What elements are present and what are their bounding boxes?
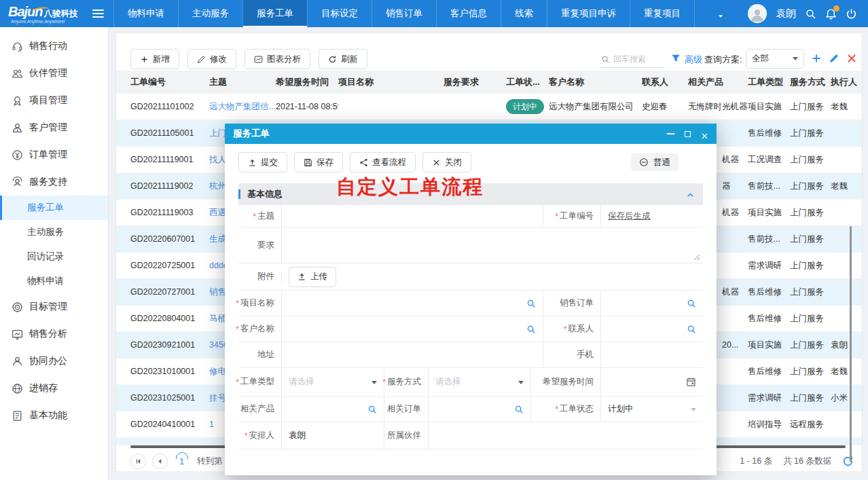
upload-button[interactable]: 上传 [289,267,336,287]
search-icon[interactable] [805,8,816,20]
contact-input[interactable] [601,316,703,341]
table-row[interactable]: GD20211101002远大物产集团信...2021-11-08 08:59计… [116,94,862,120]
chevron-down-icon[interactable] [717,10,724,17]
sidebar-item[interactable]: 服务工单 [0,196,108,220]
sidebar-item[interactable]: 销售行动 [0,33,108,60]
sidebar-item[interactable]: 基本功能 [0,402,108,429]
column-header[interactable]: 客户名称 [549,76,642,88]
requirement-textarea[interactable] [282,228,703,263]
resize-handle-icon[interactable] [693,253,700,260]
address-input[interactable] [282,342,543,367]
topbar-menu-item[interactable]: 客户信息 [436,0,501,27]
chevron-up-icon[interactable] [686,190,695,199]
column-header[interactable]: 工单类型 [748,76,790,88]
column-header[interactable]: 主题 [209,76,276,88]
edit-button[interactable]: 修改 [187,49,236,69]
cell-type: 项目实施 [748,339,790,351]
column-header[interactable]: 工单编号 [130,76,209,88]
topbar-menu-item[interactable]: 重复项目申诉 [547,0,630,27]
sidebar-item[interactable]: 物料申请 [0,269,108,293]
first-page-button[interactable] [130,454,146,469]
subject-link[interactable]: 远大物产集团信... [209,102,276,111]
topbar-menu-item[interactable]: 销售订单 [372,0,436,27]
order-status-select[interactable]: 计划中 [601,396,703,422]
section-accent-bar [238,189,240,199]
minimize-icon[interactable] [667,133,674,134]
query-plan-delete-icon[interactable] [846,53,857,64]
sidebar-item[interactable]: 伙伴管理 [0,60,108,87]
partner-input[interactable] [429,422,703,449]
current-page[interactable]: 1 [174,454,189,469]
modal-titlebar[interactable]: 服务工单 [225,124,717,144]
column-header[interactable]: 服务要求 [444,76,506,88]
brand-logo[interactable]: Bajun 八骏科技 Anyone,Anytime,Anywhere! [0,4,87,24]
notification-bell-icon[interactable] [825,8,837,20]
topbar-menu-item[interactable]: 主动服务 [178,0,242,27]
view-flow-button[interactable]: 查看流程 [350,152,416,172]
column-header[interactable]: 相关产品 [688,76,748,88]
power-logout-icon[interactable] [846,8,857,20]
related-product-input[interactable] [282,396,384,422]
add-button[interactable]: 新增 [130,49,179,69]
save-button[interactable]: 保存 [294,152,343,172]
sidebar-item[interactable]: 客户管理 [0,114,108,141]
magnifier-icon[interactable] [514,405,524,414]
search-input[interactable] [613,54,661,64]
close-icon[interactable] [701,130,708,138]
project-input[interactable] [282,291,543,316]
sidebar-item[interactable]: 进销存 [0,375,108,402]
topbar-menu-item[interactable]: 物料申请 [113,0,178,27]
subject-input[interactable] [282,205,543,227]
hamburger-menu-icon[interactable] [92,10,104,18]
sidebar-item[interactable]: 项目管理 [0,87,108,114]
magnifier-icon[interactable] [687,325,696,334]
column-header[interactable]: 服务方式 [790,76,831,88]
priority-selector[interactable]: 普通 [631,153,679,171]
sidebar-item[interactable]: 回访记录 [0,244,108,269]
refresh-button[interactable]: 刷新 [319,49,367,69]
sidebar-item[interactable]: 目标管理 [0,293,108,320]
magnifier-icon[interactable] [367,405,377,414]
column-header[interactable]: 希望服务时间 [276,76,338,88]
chart-analysis-button[interactable]: 图表分析 [245,49,310,69]
query-plan-select[interactable]: 全部 [746,49,804,69]
topbar-menu-item[interactable]: 线索 [501,0,547,27]
topbar-menu-item[interactable]: 目标设定 [307,0,372,27]
user-name[interactable]: 袁朗 [776,7,796,20]
column-header[interactable]: 联系人 [642,76,688,88]
magnifier-icon[interactable] [687,299,696,308]
customer-input[interactable] [282,316,543,341]
related-order-input[interactable] [429,396,530,422]
submit-button[interactable]: 提交 [238,152,287,172]
subject-link[interactable]: 1 [209,420,214,429]
advanced-search-link[interactable]: 高级 [685,54,702,66]
sales-order-input[interactable] [601,291,703,316]
column-header[interactable]: 工单状... [506,76,549,88]
sidebar-item[interactable]: 销售分析 [0,320,108,348]
maximize-icon[interactable] [685,131,691,137]
close-button[interactable]: 关闭 [422,152,471,172]
topbar-menu-item[interactable]: 重复项目 [630,0,695,27]
magnifier-icon[interactable] [526,299,536,308]
avatar[interactable] [748,4,767,23]
sidebar-item[interactable]: 协同办公 [0,348,108,375]
service-method-select[interactable]: 请选择 [429,368,530,396]
filter-funnel-icon[interactable] [671,54,681,63]
column-header[interactable]: 执行人 [831,76,866,88]
search-icon [601,54,610,63]
column-header[interactable]: 项目名称 [338,76,444,88]
calendar-icon[interactable] [686,377,696,387]
prev-page-button[interactable] [152,454,168,469]
query-plan-add-icon[interactable] [811,53,822,64]
refresh-list-icon[interactable] [842,456,854,467]
topbar-menu-item[interactable]: 服务工单 [242,0,307,27]
sidebar-item[interactable]: 订单管理 [0,141,108,168]
order-type-select[interactable]: 请选择 [282,368,384,396]
expect-time-input[interactable] [601,368,703,396]
magnifier-icon[interactable] [526,325,536,334]
sidebar-item[interactable]: 服务支持 [0,168,108,196]
query-plan-edit-icon[interactable] [829,53,839,64]
mobile-input[interactable] [601,342,703,367]
vertical-scrollbar[interactable] [850,226,852,462]
sidebar-item[interactable]: 主动服务 [0,220,108,244]
